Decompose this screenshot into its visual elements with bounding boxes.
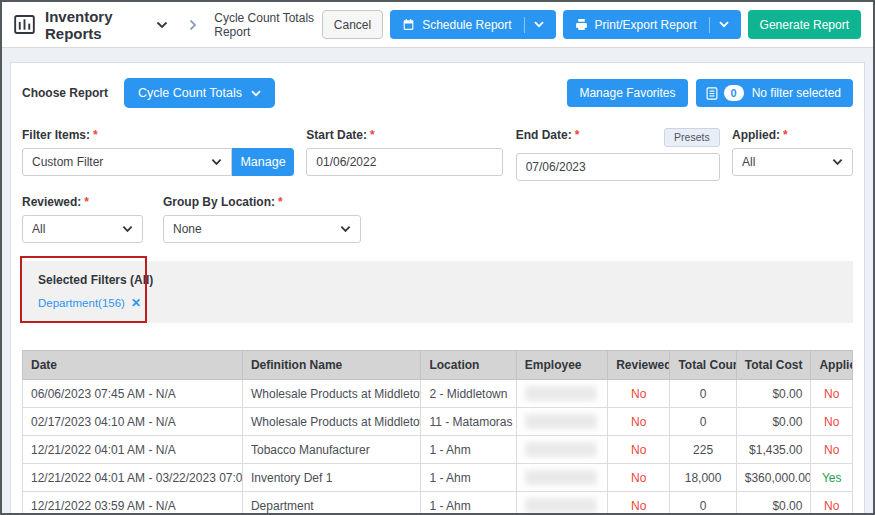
filter-chip-department[interactable]: Department(156) ✕ [38, 296, 141, 310]
cell-definition: Tobacco Manufacturer [242, 436, 420, 464]
cell-employee-redacted [516, 380, 607, 408]
cell-total-count: 225 [670, 436, 736, 464]
filter-items-group: Filter Items:* Custom Filter Manage [22, 128, 294, 181]
cancel-button[interactable]: Cancel [322, 10, 383, 39]
calendar-icon [402, 18, 415, 31]
chevron-down-icon [832, 158, 843, 166]
start-date-label: Start Date:* [306, 128, 503, 142]
cell-total-count: 0 [670, 408, 736, 436]
group-by-location-value: None [173, 222, 202, 236]
required-asterisk: * [278, 195, 283, 209]
reviewed-label: Reviewed:* [22, 195, 143, 209]
printer-icon [575, 18, 588, 31]
schedule-report-button[interactable]: Schedule Report [390, 10, 555, 39]
print-export-report-label: Print/Export Report [595, 18, 697, 32]
button-divider [524, 17, 525, 33]
table-body: 06/06/2023 07:45 AM - N/AWholesale Produ… [23, 380, 853, 515]
cell-definition: Wholesale Products at Middletown [242, 408, 420, 436]
filter-status-button[interactable]: 0 No filter selected [696, 79, 854, 107]
column-header-total-count: Total Count [670, 351, 736, 380]
filter-chip-label: Department(156) [38, 297, 125, 309]
reviewed-select[interactable]: All [22, 215, 143, 243]
end-date-input[interactable] [516, 153, 720, 181]
employee-blur-box [525, 498, 597, 513]
report-table: DateDefinition NameLocationEmployeeRevie… [22, 350, 853, 515]
choose-report-label: Choose Report [22, 86, 108, 100]
filter-count-badge: 0 [724, 85, 744, 101]
breadcrumb: Cycle Count Totals Report [214, 11, 322, 39]
applied-select[interactable]: All [732, 148, 853, 176]
chevron-down-icon [340, 225, 351, 233]
required-asterisk: * [575, 128, 580, 142]
start-date-input[interactable] [306, 148, 503, 176]
chevron-down-icon[interactable] [534, 21, 544, 28]
report-chart-icon [14, 15, 35, 34]
table-header: DateDefinition NameLocationEmployeeRevie… [23, 351, 853, 380]
end-date-group: End Date:* Presets [516, 128, 720, 181]
selected-filters-bar: Selected Filters (All) Department(156) ✕ [22, 261, 853, 323]
cell-date: 06/06/2023 07:45 AM - N/A [23, 380, 243, 408]
filter-list-icon [706, 87, 718, 100]
cell-total-cost: $360,000.00 [736, 464, 811, 492]
column-header-employee: Employee [516, 351, 607, 380]
required-asterisk: * [93, 128, 98, 142]
table-row: 12/21/2022 03:59 AM - N/ADepartment1 - A… [23, 492, 853, 515]
required-asterisk: * [84, 195, 89, 209]
employee-blur-box [525, 470, 597, 485]
remove-chip-icon[interactable]: ✕ [131, 296, 141, 310]
print-export-report-button[interactable]: Print/Export Report [563, 10, 741, 39]
title-dropdown-chevron-icon[interactable] [154, 19, 170, 31]
presets-button[interactable]: Presets [664, 128, 720, 147]
column-header-date: Date [23, 351, 243, 380]
cell-location: 2 - Middletown [421, 380, 516, 408]
applied-group: Applied:* All [732, 128, 853, 181]
start-date-group: Start Date:* [306, 128, 503, 181]
reviewed-group: Reviewed:* All [22, 195, 143, 243]
cell-total-cost: $0.00 [736, 380, 811, 408]
filter-items-select[interactable]: Custom Filter [22, 148, 232, 176]
applied-value: All [742, 155, 755, 169]
cell-definition: Inventory Def 1 [242, 464, 420, 492]
table-row: 12/21/2022 04:01 AM - N/ATobacco Manufac… [23, 436, 853, 464]
cell-employee-redacted [516, 408, 607, 436]
required-asterisk: * [370, 128, 375, 142]
cell-location: 11 - Matamoras [421, 408, 516, 436]
cell-definition: Wholesale Products at Middletown [242, 380, 420, 408]
breadcrumb-separator-icon [189, 19, 197, 31]
favorites-actions: Manage Favorites 0 No filter selected [567, 79, 853, 107]
app-window: Inventory Reports Cycle Count Totals Rep… [0, 0, 875, 515]
page-title: Inventory Reports [45, 8, 144, 42]
cell-location: 1 - Ahm [421, 436, 516, 464]
cell-location: 1 - Ahm [421, 492, 516, 515]
filter-items-label: Filter Items:* [22, 128, 294, 142]
group-by-location-label: Group By Location:* [163, 195, 361, 209]
cell-total-count: 0 [670, 492, 736, 515]
reviewed-value: All [32, 222, 45, 236]
cell-date: 12/21/2022 04:01 AM - N/A [23, 436, 243, 464]
report-type-dropdown[interactable]: Cycle Count Totals [124, 78, 275, 108]
page-header: Inventory Reports Cycle Count Totals Rep… [14, 8, 322, 42]
cell-location: 1 - Ahm [421, 464, 516, 492]
cell-total-count: 0 [670, 380, 736, 408]
group-by-location-select[interactable]: None [163, 215, 361, 243]
cell-applied: Yes [811, 464, 853, 492]
generate-report-button[interactable]: Generate Report [748, 10, 861, 39]
cell-employee-redacted [516, 464, 607, 492]
cell-total-cost: $1,435.00 [736, 436, 811, 464]
chevron-down-icon[interactable] [719, 21, 729, 28]
chevron-down-icon [251, 90, 261, 97]
cell-employee-redacted [516, 492, 607, 515]
filters-row-1: Filter Items:* Custom Filter Manage Star… [22, 128, 853, 181]
column-header-location: Location [421, 351, 516, 380]
cell-date: 02/17/2023 04:10 AM - N/A [23, 408, 243, 436]
cell-reviewed: No [608, 436, 670, 464]
cell-total-count: 18,000 [670, 464, 736, 492]
filter-items-value: Custom Filter [32, 155, 103, 169]
schedule-report-label: Schedule Report [422, 18, 511, 32]
table-row: 06/06/2023 07:45 AM - N/AWholesale Produ… [23, 380, 853, 408]
report-panel: Choose Report Cycle Count Totals Manage … [10, 62, 865, 515]
applied-label: Applied:* [732, 128, 853, 142]
manage-favorites-button[interactable]: Manage Favorites [567, 79, 687, 107]
manage-filter-button[interactable]: Manage [232, 148, 294, 176]
cell-applied: No [811, 436, 853, 464]
